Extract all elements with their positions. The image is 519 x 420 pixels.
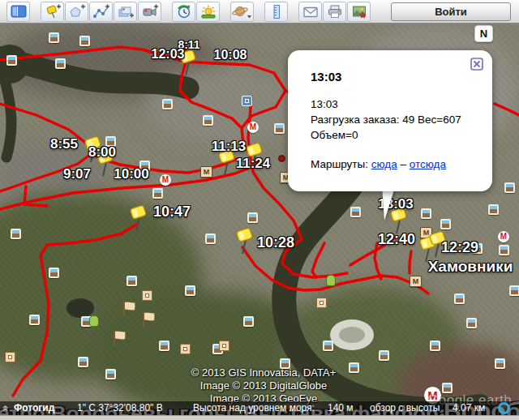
metro-station-icon[interactable]: М [410,276,422,287]
pushpin-time-label[interactable]: 8:55 [50,136,78,152]
photo-icon[interactable] [454,294,465,304]
photo-icon[interactable] [440,219,451,229]
monument-icon[interactable] [326,275,336,286]
photo-icon[interactable] [55,58,66,69]
photo-icon[interactable] [495,358,505,369]
viewpoint-icon[interactable] [5,352,15,362]
photo-icon[interactable] [6,55,17,66]
balloon-close-icon[interactable] [470,58,483,71]
monument-icon[interactable] [89,315,99,327]
attribution-line-2: Image © 2013 DigitalGlobe [134,379,393,392]
metro-station-icon[interactable]: М [200,166,212,178]
metro-icon[interactable]: М [247,122,259,133]
compass-north-indicator[interactable]: N [474,25,493,42]
photo-icon[interactable] [243,316,254,327]
photo-icon[interactable] [274,123,285,134]
photo-icon[interactable] [49,268,59,278]
add-path-button[interactable] [89,2,113,22]
pushpin-time-label[interactable]: 12:40 [378,231,415,248]
photo-icon[interactable] [379,350,389,361]
collapse-chevrons-icon[interactable]: « [0,405,12,411]
sun-icon [200,4,217,19]
balloon-volume-line: Объем=0 [311,127,476,143]
balloon-time-line: 13:03 [311,96,476,112]
photo-icon[interactable] [203,115,213,126]
viewpoint-icon[interactable] [142,290,152,301]
photo-icon[interactable] [247,212,258,223]
photo-icon[interactable] [504,182,515,193]
photo-icon[interactable] [205,234,216,244]
photo-icon[interactable] [350,207,361,217]
pushpin-time-label[interactable]: 10:08 [214,48,247,62]
route-from-link[interactable]: отсюда [410,158,446,170]
viewpoint-icon[interactable] [180,344,191,354]
ruler-button[interactable] [264,2,288,22]
flag-icon[interactable] [114,331,125,345]
photo-icon[interactable] [29,315,40,325]
viewpoint-icon[interactable] [316,298,327,308]
routes-label: Маршруты: [311,158,368,170]
photo-icon[interactable] [488,204,499,215]
metro-icon[interactable]: М [498,231,509,242]
photo-icon[interactable] [78,357,88,367]
add-image-overlay-button[interactable] [114,2,137,22]
map-attribution: © 2013 GIS Innovatsia, DATA+ Image © 201… [134,366,393,405]
pushpin-time-label[interactable]: 10:28 [257,234,294,251]
coordinates-readout: 1" С 37°32'08.80" В [77,402,163,414]
photo-icon[interactable] [499,245,509,255]
flag-icon[interactable] [143,312,154,327]
pushpin-time-label[interactable]: 8:00 [88,144,116,161]
status-bar: « Фотогид 1" С 37°32'08.80" В Высота над… [0,401,519,415]
pushpin[interactable] [234,228,255,255]
attribution-line-1: © 2013 GIS Innovatsia, DATA+ [134,366,393,379]
balloon-routes-line: Маршруты: сюда – отсюда [311,156,476,172]
photo-icon[interactable] [79,36,90,46]
photo-icon[interactable] [509,285,519,296]
route-to-link[interactable]: сюда [371,158,397,170]
photo-icon[interactable] [11,229,21,239]
historical-imagery-button[interactable] [172,2,195,22]
pushpin-time-label[interactable]: 11:13 [212,139,247,155]
photo-icon[interactable] [159,341,169,351]
flag-icon[interactable] [123,302,135,316]
sidebar-toggle-button[interactable] [6,2,30,22]
pushpin-time-label[interactable]: 12:03 [152,47,185,62]
add-placemark-button[interactable] [41,2,64,22]
photo-icon[interactable] [105,369,116,379]
save-image-button[interactable] [347,2,371,22]
photo-icon[interactable] [127,276,137,286]
photo-icon[interactable] [430,341,440,351]
routes-dash: – [401,158,407,170]
elevation-label: Высота над уровнем моря: [193,402,315,414]
photo-icon[interactable] [162,99,173,109]
pushpin[interactable] [128,205,149,233]
pushpin-time-label[interactable]: 10:47 [153,204,191,221]
pushpin-time-label[interactable]: 12:29 [441,239,478,256]
pushpin-time-label[interactable]: 11:24 [236,156,271,172]
photo-icon[interactable] [152,188,163,199]
photo-icon[interactable] [421,208,431,219]
panorama-icon[interactable] [242,96,252,106]
add-polygon-button[interactable] [65,2,88,22]
viewpoint-icon[interactable] [219,341,229,351]
photo-icon[interactable] [49,32,59,43]
record-tour-button[interactable] [138,2,161,22]
email-button[interactable] [298,2,322,22]
sunlight-button[interactable] [196,2,220,22]
eye-altitude-label: обзор с высоты [370,402,440,414]
info-balloon: 13:03 13:03 Разгрузка заказа: 49 Вес=607… [288,50,492,191]
login-button[interactable]: Войти [391,2,511,21]
photoguide-label[interactable]: Фотогид [14,402,54,414]
photo-icon[interactable] [323,341,333,351]
saturn-icon [232,4,253,19]
planets-button[interactable] [230,2,254,22]
print-button[interactable] [323,2,346,22]
streaming-indicator-icon[interactable] [498,402,510,414]
metro-icon[interactable]: М [160,174,171,186]
photo-icon[interactable] [466,318,477,328]
printer-icon [327,4,343,19]
pushpin-time-label[interactable]: 9:07 [63,166,91,182]
placemark-icon [44,4,62,19]
photo-icon[interactable] [185,285,195,296]
pushpin-time-label[interactable]: 10:00 [114,166,148,182]
